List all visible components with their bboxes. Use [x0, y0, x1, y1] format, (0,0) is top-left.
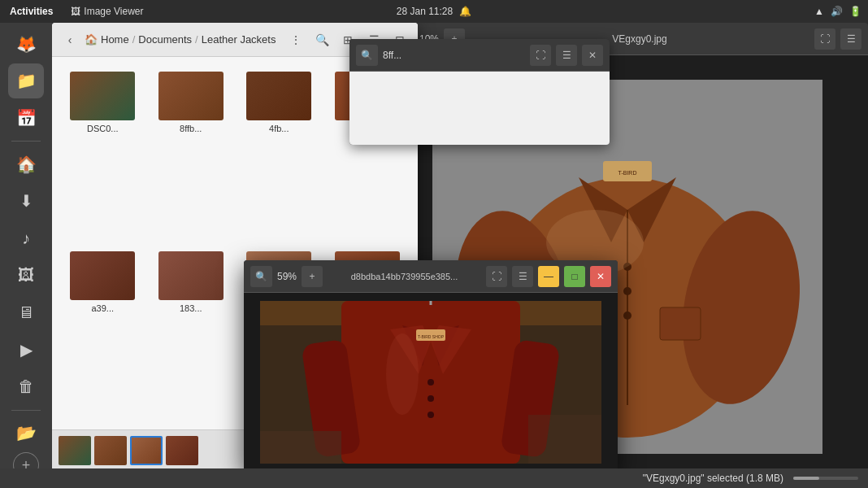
- sidebar-icon-music[interactable]: ♪: [8, 220, 44, 256]
- fm-search-button[interactable]: 🔍: [310, 28, 333, 51]
- fm-item-1[interactable]: DSC0...: [62, 67, 144, 240]
- fm-strip-thumb-selected[interactable]: [130, 436, 163, 465]
- sidebar-icon-video[interactable]: ▶: [8, 332, 44, 368]
- fm-item-2[interactable]: 8ffb...: [150, 67, 232, 240]
- status-selected-text: "VEgxgy0.jpg" selected (1.8 MB): [643, 473, 783, 484]
- ivf-zoom-level: 59%: [277, 271, 297, 282]
- ivm-content: [349, 72, 610, 145]
- system-tray: ▲ 🔊 🔋: [814, 6, 868, 17]
- ivf-minimize-button[interactable]: —: [538, 266, 559, 287]
- breadcrumb-documents[interactable]: Documents: [138, 33, 192, 46]
- image-viewer-mid: 🔍 8ff... ⛶ ☰ ✕: [349, 39, 610, 145]
- ivf-close-button[interactable]: ✕: [590, 266, 611, 287]
- ivf-menu-button[interactable]: ☰: [512, 266, 533, 287]
- sidebar-icon-firefox[interactable]: 🦊: [8, 26, 44, 62]
- fm-item-3[interactable]: 4fb...: [238, 67, 320, 240]
- svg-point-7: [623, 312, 631, 320]
- fm-thumb-2: [158, 72, 224, 120]
- breadcrumb-current: Leather Jackets: [202, 33, 276, 46]
- fm-item-name-5: a39...: [91, 303, 114, 313]
- sidebar-icon-trash[interactable]: 🗑: [8, 369, 44, 405]
- sidebar-icon-monitor[interactable]: 🖥: [8, 295, 44, 331]
- breadcrumb-home-icon: 🏠: [85, 33, 98, 46]
- clock: 28 Jan 11:28 🔔: [397, 6, 471, 17]
- image-viewer-front: 🔍 59% + d8bdba14bb739955e385... ⛶ ☰ — □ …: [244, 260, 618, 472]
- app-label: 🖼 Image Viewer: [63, 6, 151, 17]
- fm-thumb-1: [70, 72, 135, 120]
- breadcrumb-sep1: /: [132, 33, 136, 46]
- ivm-zoom-out-button[interactable]: 🔍: [356, 45, 378, 66]
- fm-strip-thumb-1[interactable]: [59, 436, 91, 465]
- sidebar-divider-2: [11, 410, 41, 411]
- ivf-zoom-out-button[interactable]: 🔍: [250, 266, 272, 287]
- svg-text:T-BIRD SHOP: T-BIRD SHOP: [418, 334, 445, 339]
- svg-rect-37: [260, 431, 341, 464]
- sidebar-icon-calendar[interactable]: 📅: [8, 100, 44, 136]
- ivm-list-button[interactable]: ☰: [556, 45, 577, 66]
- fm-item-5[interactable]: a39...: [62, 246, 144, 420]
- sidebar-icon-folder[interactable]: 📂: [8, 416, 44, 451]
- sidebar-icon-files[interactable]: 📁: [8, 63, 44, 99]
- svg-point-6: [623, 287, 631, 295]
- ivf-header: 🔍 59% + d8bdba14bb739955e385... ⛶ ☰ — □ …: [244, 260, 618, 293]
- svg-rect-38: [528, 415, 601, 464]
- svg-point-29: [427, 379, 434, 386]
- breadcrumb: 🏠 Home / Documents / Leather Jackets: [85, 33, 281, 46]
- sidebar: 🦊 📁 📅 🏠 ⬇ ♪ 🖼 🖥 ▶ 🗑 📂 +: [0, 23, 52, 488]
- activities-button[interactable]: Activities: [0, 6, 63, 17]
- sound-icon: 🔊: [831, 6, 843, 17]
- ivf-filename: d8bdba14bb739955e385...: [328, 272, 481, 281]
- ivm-close-button[interactable]: ✕: [582, 45, 603, 66]
- fm-strip-thumb-4[interactable]: [166, 436, 198, 465]
- notification-icon[interactable]: 🔔: [459, 6, 471, 17]
- sidebar-icon-downloads[interactable]: ⬇: [8, 184, 44, 220]
- fm-item-name-1: DSC0...: [87, 124, 119, 133]
- ivm-filename: 8ff...: [383, 50, 401, 61]
- fm-thumb-3: [246, 72, 311, 120]
- sidebar-icon-photos[interactable]: 🖼: [8, 258, 44, 294]
- fm-back-button[interactable]: ‹: [59, 28, 81, 51]
- app-icon: 🖼: [71, 6, 80, 17]
- svg-point-31: [427, 412, 434, 418]
- sidebar-icon-home[interactable]: 🏠: [8, 146, 44, 182]
- breadcrumb-home[interactable]: Home: [101, 33, 129, 46]
- fm-thumb-6: [158, 251, 224, 300]
- ivm-fullscreen-button[interactable]: ⛶: [530, 45, 551, 66]
- fm-item-6[interactable]: 183...: [150, 246, 232, 420]
- ivf-maximize-button[interactable]: □: [564, 266, 585, 287]
- wifi-icon: ▲: [814, 6, 824, 17]
- ivf-fullscreen-button[interactable]: ⛶: [486, 266, 507, 287]
- ivv-fullscreen-button[interactable]: ⛶: [814, 28, 835, 50]
- fm-item-name-2: 8ffb...: [180, 124, 202, 133]
- fm-item-name-3: 4fb...: [269, 124, 289, 133]
- fm-item-name-6: 183...: [180, 303, 202, 313]
- ivv-menu-button[interactable]: ☰: [840, 28, 861, 50]
- ivf-content: T-BIRD SHOP: [244, 293, 618, 472]
- fm-menu-button[interactable]: ⋮: [284, 28, 307, 51]
- svg-text:T-BIRD: T-BIRD: [618, 170, 636, 176]
- breadcrumb-sep2: /: [195, 33, 198, 46]
- svg-rect-8: [660, 307, 701, 340]
- fm-strip-thumb-2[interactable]: [94, 436, 127, 465]
- top-bar: Activities 🖼 Image Viewer 28 Jan 11:28 🔔…: [0, 0, 868, 23]
- svg-point-30: [427, 395, 434, 402]
- ivf-zoom-in-button[interactable]: +: [302, 266, 323, 287]
- sidebar-divider: [11, 141, 41, 142]
- fm-thumb-5: [70, 251, 135, 300]
- svg-point-39: [386, 333, 419, 415]
- battery-icon: 🔋: [849, 6, 861, 17]
- ivm-header: 🔍 8ff... ⛶ ☰ ✕: [349, 39, 610, 72]
- status-bar: "VEgxgy0.jpg" selected (1.8 MB): [0, 468, 868, 488]
